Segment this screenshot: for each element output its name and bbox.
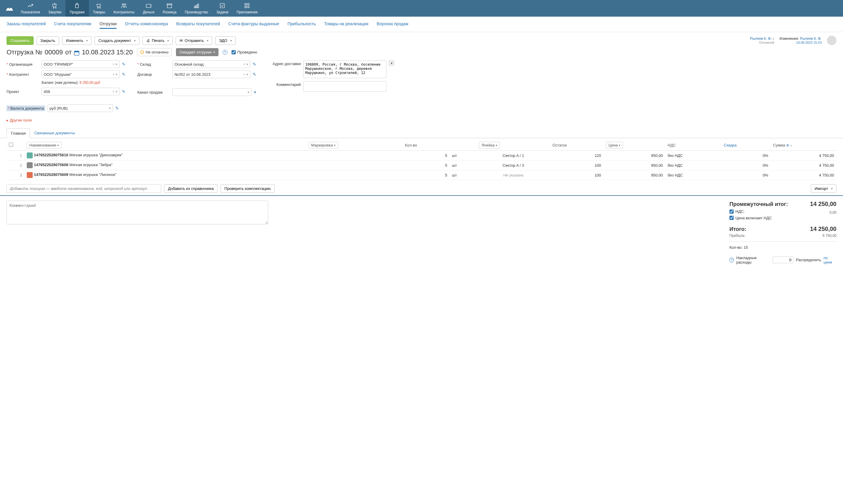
print-dropdown[interactable]: 🖨 Печать (142, 36, 173, 45)
payment-status-badge[interactable]: Не оплачено (137, 48, 172, 56)
topnav-Закупки[interactable]: Закупки (44, 0, 66, 17)
save-button[interactable]: Сохранить (6, 36, 34, 45)
select-all-checkbox[interactable] (9, 143, 13, 147)
col-discount[interactable]: Скидка (721, 140, 771, 151)
subtab-4[interactable]: Возвраты покупателей (176, 20, 220, 29)
topnav-Задачи[interactable]: Задачи (212, 0, 232, 17)
import-dropdown[interactable]: Импорт (811, 184, 837, 193)
calendar-icon[interactable] (74, 50, 79, 55)
vat-checkbox[interactable]: НДС: (730, 209, 745, 214)
table-row[interactable]: 114765225280756­10 Мягкая игрушка "Диноз… (6, 151, 837, 160)
subtab-6[interactable]: Прибыльность (287, 20, 316, 29)
topnav-Контрагенты[interactable]: Контрагенты (109, 0, 139, 17)
warehouse-input[interactable]: Основной склад×▾ (173, 60, 250, 68)
col-price[interactable]: Цена ▾ (606, 142, 623, 149)
document-title: Отгрузка № 00009 от 10.08.2023 15:20 (6, 49, 133, 56)
help-icon[interactable]: ? (223, 50, 228, 55)
comment-textarea[interactable] (303, 81, 387, 92)
subtab-8[interactable]: Воронка продаж (377, 20, 408, 29)
subtab-2[interactable]: Отгрузки (100, 20, 116, 29)
document-comment-textarea[interactable] (6, 201, 268, 224)
chevron-down-icon[interactable]: ▾ (247, 62, 248, 66)
chevron-down-icon[interactable]: ▾ (115, 73, 118, 76)
distribute-by-price-link[interactable]: по цене (824, 255, 837, 265)
add-from-reference-button[interactable]: Добавить из справочника (164, 184, 218, 193)
changes-info: Изменения: Рылеев К. Ф. 10.08.2023 15:23 (779, 37, 822, 44)
pencil-icon[interactable]: ✎ (115, 106, 119, 111)
check-kit-button[interactable]: Проверить комплектацию (220, 184, 275, 193)
chevron-down-icon[interactable]: ▾ (115, 90, 118, 94)
clear-icon[interactable]: × (244, 73, 245, 76)
send-dropdown[interactable]: ✉ Отправить (176, 36, 212, 45)
add-item-row: Добавить из справочника Проверить компле… (0, 182, 843, 196)
posted-checkbox[interactable]: Проведено (232, 50, 257, 54)
currency-input[interactable]: руб (RUB)▾ (48, 104, 113, 112)
topnav-Продажи[interactable]: Продажи (66, 0, 89, 17)
close-button[interactable]: Закрыть (37, 36, 59, 45)
user-role: Основной (750, 41, 774, 44)
chevron-down-icon[interactable]: ▾ (115, 62, 118, 66)
factory-icon (193, 2, 200, 9)
comment-label: Комментарий (268, 81, 301, 87)
pencil-icon[interactable]: ✎ (253, 62, 256, 67)
pencil-icon[interactable]: ✎ (253, 72, 256, 77)
overhead-input[interactable] (773, 256, 793, 263)
help-icon[interactable]: ? (730, 258, 734, 263)
clear-icon[interactable]: × (113, 62, 114, 66)
svg-rect-10 (220, 3, 225, 8)
price-incl-vat-checkbox[interactable]: Цена включает НДС (730, 216, 837, 220)
topnav-Розница[interactable]: Розница (158, 0, 180, 17)
send-label: Отправить (184, 38, 203, 43)
tab-main[interactable]: Главная (6, 128, 30, 138)
create-doc-dropdown[interactable]: Создать документ (94, 36, 139, 45)
clear-icon[interactable]: × (113, 90, 114, 94)
clear-icon[interactable]: × (244, 62, 245, 66)
current-user[interactable]: Рылеев К. Ф. ▾ Основной (750, 37, 774, 44)
totals: Промежуточный итог: 14 250,00 НДС: 0,00 … (730, 201, 837, 265)
topnav-Приложения[interactable]: Приложения (232, 0, 262, 17)
posted-checkbox-input[interactable] (232, 50, 236, 54)
expand-icon[interactable]: ▾ (389, 60, 394, 66)
svg-point-4 (122, 4, 124, 5)
subtab-7[interactable]: Товары на реализации (324, 20, 369, 29)
topnav-Показатели[interactable]: Показатели (17, 0, 44, 17)
title-prefix: Отгрузка № (6, 49, 42, 56)
avatar[interactable] (827, 36, 837, 45)
topnav-Товары[interactable]: Товары (89, 0, 109, 17)
other-fields-toggle[interactable]: Другие поля (0, 114, 843, 126)
project-input[interactable]: 456×▾ (42, 88, 120, 95)
profit-value: 6 750,00 (823, 234, 837, 238)
app-logo[interactable] (5, 3, 14, 13)
channel-input[interactable]: ▾ (173, 88, 251, 96)
gear-icon[interactable]: ⚙ (786, 144, 789, 147)
address-textarea[interactable]: 108809, Россия, г Москва, поселение Мару… (303, 60, 387, 78)
subtab-3[interactable]: Отчеты комиссионера (125, 20, 168, 29)
table-row[interactable]: 214765225280756­08 Мягкая игрушка "Зебра… (6, 160, 837, 170)
col-name[interactable]: Наименование ▾ (27, 142, 61, 149)
clear-icon[interactable]: × (113, 73, 114, 76)
col-cell[interactable]: Ячейка ▾ (479, 142, 500, 149)
pencil-icon[interactable]: ✎ (122, 62, 125, 67)
chevron-down-icon[interactable]: ▾ (248, 90, 249, 94)
table-row[interactable]: 314765225280756­09 Мягкая игрушка "Лисен… (6, 170, 837, 180)
edit-dropdown[interactable]: Изменить (62, 36, 92, 45)
add-item-input[interactable] (6, 184, 161, 193)
topnav-Деньги[interactable]: Деньги (139, 0, 158, 17)
subtab-1[interactable]: Счета покупателям (54, 20, 91, 29)
contract-input[interactable]: №352 от 10.08.2023×▾ (173, 70, 250, 78)
chevron-down-icon[interactable]: ▾ (247, 73, 248, 76)
topnav-Производство[interactable]: Производство (181, 0, 212, 17)
pencil-icon[interactable]: ✎ (122, 89, 125, 94)
contract-label: Договор (137, 72, 170, 77)
counterparty-input[interactable]: ООО "Игрушки"×▾ (42, 70, 120, 78)
subtab-5[interactable]: Счета-фактуры выданные (228, 20, 279, 29)
edo-dropdown[interactable]: ЭДО (215, 36, 236, 45)
org-input[interactable]: ООО "ПРИМЕР"×▾ (42, 60, 120, 68)
col-marking[interactable]: Маркировка ▾ (308, 142, 338, 149)
chevron-down-icon[interactable]: ▾ (109, 106, 111, 110)
plus-icon[interactable]: + (254, 90, 256, 94)
tab-related[interactable]: Связанные документы (30, 128, 79, 138)
shipment-status-dropdown[interactable]: Ожидает отгрузки ▾ (176, 48, 218, 56)
subtab-0[interactable]: Заказы покупателей (6, 20, 46, 29)
pencil-icon[interactable]: ✎ (122, 72, 125, 77)
